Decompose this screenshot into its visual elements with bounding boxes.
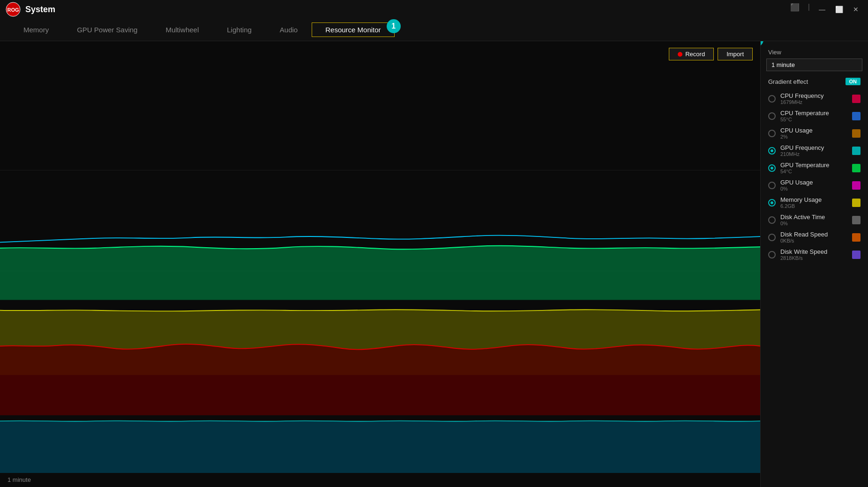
- gradient-toggle[interactable]: ON: [846, 78, 861, 85]
- metric-radio-5[interactable]: [768, 182, 776, 189]
- tab-lighting[interactable]: Lighting: [213, 22, 266, 37]
- metric-radio-7[interactable]: [768, 216, 776, 224]
- metric-row-disk-write-speed: Disk Write Speed2818KB/s: [761, 246, 868, 263]
- metric-name-9: Disk Write Speed: [780, 248, 847, 255]
- view-section-label: View: [761, 47, 868, 57]
- rog-logo-icon: ROG: [6, 2, 21, 17]
- metric-color-9: [852, 251, 861, 259]
- metric-radio-3[interactable]: [768, 147, 776, 155]
- metric-row-gpu-frequency: GPU Frequency210MHz: [761, 142, 868, 159]
- app-title: System: [25, 5, 55, 15]
- metric-name-6: Memory Usage: [780, 196, 847, 203]
- gradient-label: Gradient effect: [768, 78, 808, 85]
- divider-icon: |: [808, 3, 810, 16]
- metric-radio-4[interactable]: [768, 164, 776, 172]
- tab-gpu-power-saving[interactable]: GPU Power Saving: [63, 22, 151, 37]
- metric-name-4: GPU Temperature: [780, 162, 847, 169]
- metric-row-cpu-usage: CPU Usage2%: [761, 125, 868, 142]
- metric-name-2: CPU Usage: [780, 127, 847, 134]
- close-button[interactable]: ✕: [849, 3, 862, 16]
- record-button[interactable]: Record: [669, 48, 714, 60]
- minimize-button[interactable]: —: [816, 3, 829, 16]
- metric-row-gpu-usage: GPU Usage0%: [761, 177, 868, 194]
- metrics-list: CPU Frequency1679MHzCPU Temperature55°CC…: [761, 90, 868, 263]
- resource-chart: [0, 69, 760, 473]
- metric-radio-1[interactable]: [768, 112, 776, 120]
- tab-bar: Memory GPU Power Saving Multiwheel Light…: [0, 19, 868, 41]
- metric-value-1: 55°C: [780, 117, 847, 122]
- chart-canvas: [0, 69, 760, 473]
- window-controls: ⬛ | — ⬜ ✕: [790, 3, 862, 16]
- metric-color-3: [852, 147, 861, 155]
- sidebar-toggle-button[interactable]: ◀: [760, 255, 761, 273]
- chart-time-label: 1 minute: [7, 476, 31, 483]
- sidebar-panel: 2 ◀ View 1 minute 5 minutes 15 minutes 3…: [760, 41, 868, 487]
- metric-name-5: GPU Usage: [780, 179, 847, 186]
- metric-color-0: [852, 95, 861, 103]
- record-dot-icon: [678, 52, 682, 57]
- import-button[interactable]: Import: [718, 48, 753, 60]
- svg-text:ROG: ROG: [7, 7, 19, 13]
- metric-value-5: 0%: [780, 186, 847, 192]
- titlebar-left: ROG System: [6, 2, 55, 17]
- tab-memory[interactable]: Memory: [9, 22, 63, 37]
- metric-row-disk-read-speed: Disk Read Speed0KB/s: [761, 229, 868, 246]
- gradient-effect-row: Gradient effect ON: [761, 75, 868, 88]
- metric-value-3: 210MHz: [780, 151, 847, 157]
- metric-value-8: 0KB/s: [780, 238, 847, 244]
- metric-value-9: 2818KB/s: [780, 255, 847, 261]
- metric-color-8: [852, 233, 861, 242]
- metric-name-8: Disk Read Speed: [780, 231, 847, 238]
- toolbar: Record Import: [669, 48, 753, 60]
- tab-resource-monitor[interactable]: Resource Monitor 1: [312, 22, 394, 37]
- metric-color-1: [852, 112, 861, 120]
- metric-value-0: 1679MHz: [780, 99, 847, 105]
- chart-area: Record Import: [0, 41, 760, 487]
- metric-value-7: 0%: [780, 221, 847, 226]
- metric-value-4: 54°C: [780, 169, 847, 174]
- view-select-row: 1 minute 5 minutes 15 minutes 30 minutes: [761, 57, 868, 75]
- metric-value-6: 6.2GB: [780, 203, 847, 209]
- metric-value-2: 2%: [780, 134, 847, 140]
- metric-row-cpu-temperature: CPU Temperature55°C: [761, 107, 868, 125]
- metric-row-disk-active-time: Disk Active Time0%: [761, 211, 868, 229]
- tab-audio[interactable]: Audio: [266, 22, 312, 37]
- view-select[interactable]: 1 minute 5 minutes 15 minutes 30 minutes: [766, 59, 862, 71]
- metric-row-memory-usage: Memory Usage6.2GB: [761, 194, 868, 211]
- metric-row-gpu-temperature: GPU Temperature54°C: [761, 159, 868, 177]
- metric-name-7: Disk Active Time: [780, 214, 847, 221]
- metric-color-4: [852, 164, 861, 172]
- metric-radio-9[interactable]: [768, 251, 776, 258]
- main-layout: Record Import: [0, 41, 868, 487]
- titlebar: ROG System ⬛ | — ⬜ ✕: [0, 0, 868, 19]
- metric-radio-2[interactable]: [768, 130, 776, 137]
- metric-color-6: [852, 199, 861, 207]
- metric-radio-8[interactable]: [768, 234, 776, 241]
- metric-radio-0[interactable]: [768, 95, 776, 103]
- tab-badge-1: 1: [387, 19, 401, 33]
- metric-color-5: [852, 181, 861, 190]
- metric-name-0: CPU Frequency: [780, 92, 847, 99]
- metric-name-3: GPU Frequency: [780, 144, 847, 151]
- metric-color-7: [852, 216, 861, 224]
- metric-row-cpu-frequency: CPU Frequency1679MHz: [761, 90, 868, 107]
- metric-radio-6[interactable]: [768, 199, 776, 207]
- sidebar-badge-2: 2: [760, 41, 763, 47]
- tab-multiwheel[interactable]: Multiwheel: [151, 22, 213, 37]
- maximize-button[interactable]: ⬜: [832, 3, 846, 16]
- metric-name-1: CPU Temperature: [780, 110, 847, 117]
- metric-color-2: [852, 129, 861, 138]
- sidebar-panel-icon: ⬛: [790, 3, 800, 16]
